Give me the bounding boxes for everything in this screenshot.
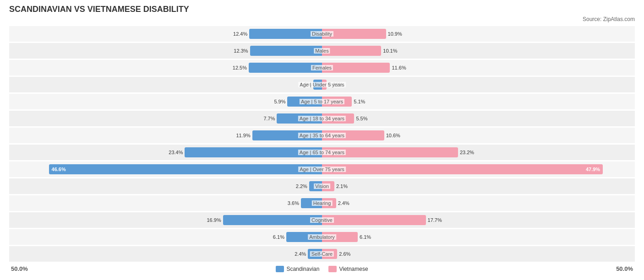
legend-label: Vietnamese xyxy=(339,266,368,272)
footer-right-label: 50.0% xyxy=(616,265,633,272)
legend-swatch xyxy=(276,266,284,272)
footer-left-label: 50.0% xyxy=(11,265,28,272)
bar-row: 2.4%2.6%Self-Care xyxy=(9,246,635,262)
chart-footer: 50.0% ScandinavianVietnamese 50.0% xyxy=(9,265,635,272)
bar-row: 46.6%47.9%Age | Over 75 years xyxy=(9,162,635,177)
bar-row: 12.4%10.9%Disability xyxy=(9,26,635,42)
legend-label: Scandinavian xyxy=(286,266,319,272)
bar-row: 2.2%2.1%Vision xyxy=(9,178,635,194)
bar-row: 23.4%23.2%Age | 65 to 74 years xyxy=(9,145,635,160)
legend-item: Vietnamese xyxy=(328,266,368,272)
bar-row: 11.9%10.6%Age | 35 to 64 years xyxy=(9,128,635,143)
bar-row: 16.9%17.7%Cognitive xyxy=(9,212,635,228)
chart-wrapper: 12.4%10.9%Disability12.3%10.1%Males12.5%… xyxy=(9,26,635,262)
legend: ScandinavianVietnamese xyxy=(276,266,368,272)
bar-row: 12.5%11.6%Females xyxy=(9,60,635,75)
legend-swatch xyxy=(328,266,337,272)
bar-row: 5.9%5.1%Age | 5 to 17 years xyxy=(9,94,635,109)
bar-row: 7.7%5.5%Age | 18 to 34 years xyxy=(9,111,635,126)
source-label: Source: ZipAtlas.com xyxy=(9,16,635,22)
bar-row: 1.5%0.81%Age | Under 5 years xyxy=(9,77,635,92)
bar-row: 6.1%6.1%Ambulatory xyxy=(9,229,635,245)
legend-item: Scandinavian xyxy=(276,266,319,272)
bar-row: 3.6%2.4%Hearing xyxy=(9,195,635,211)
chart-title: SCANDINAVIAN VS VIETNAMESE DISABILITY xyxy=(9,5,635,14)
bar-row: 12.3%10.1%Males xyxy=(9,43,635,59)
